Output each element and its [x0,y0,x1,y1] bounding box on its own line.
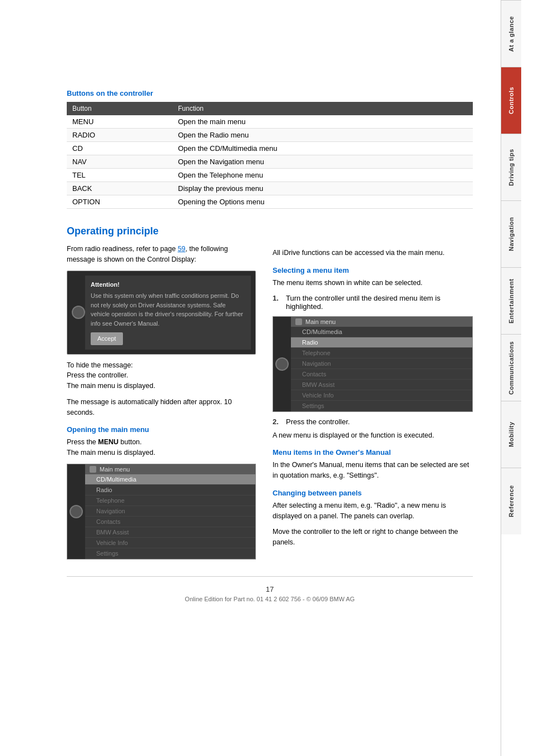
list-item: BMW Assist [291,380,472,390]
button-cell: CD [67,142,172,155]
page-footer: 17 Online Edition for Part no. 01 41 2 6… [67,576,473,611]
buttons-table: Button Function MENUOpen the main menuRA… [67,102,473,209]
operating-principle-heading: Operating principle [67,225,256,237]
step-2: 2. Press the controller. [273,418,473,426]
tab-navigation[interactable]: Navigation [501,200,521,267]
table-row: TELOpen the Telephone menu [67,169,473,182]
tab-controls[interactable]: Controls [501,67,521,134]
table-row: RADIOOpen the Radio menu [67,129,473,142]
attention-title: Attention! [91,280,245,289]
list-item: Settings [85,548,255,559]
list-item: CD/Multimedia [85,474,255,485]
button-cell: RADIO [67,129,172,142]
attention-screen-mockup: Attention! Use this system only when tra… [67,271,256,355]
button-cell: OPTION [67,195,172,209]
opening-main-menu-heading: Opening the main menu [67,425,256,434]
menu-title-right: Main menu [305,318,335,325]
page-link[interactable]: 59 [177,245,185,253]
tab-driving-tips[interactable]: Driving tips [501,134,521,200]
attention-body: Use this system only when traffic condit… [91,291,245,328]
right-column: All iDrive functions can be accessed via… [273,225,473,565]
function-cell: Open the Navigation menu [172,155,473,169]
controller-side-left [67,464,85,559]
menu-title-bar-right: Main menu [291,317,472,327]
changing-panels-text1: After selecting a menu item, e.g. "Radio… [273,500,473,522]
list-item: CD/Multimedia [291,327,472,337]
menu-button-label: MENU [98,438,118,446]
list-item: Settings [291,401,472,411]
list-item: Telephone [85,495,255,506]
controller-side-attention [72,276,85,350]
menu-title-icon-right [295,318,302,325]
left-column: Operating principle From radio readiness… [67,225,256,565]
controller-side-right [273,317,291,411]
intro-text: From radio readiness, refer to page 59, … [67,244,256,265]
menu-body-right: Main menu CD/MultimediaRadioTelephoneNav… [291,317,472,411]
owners-manual-text: In the Owner's Manual, menu items that c… [273,460,473,481]
col-header-function: Function [172,102,473,115]
main-menu-mockup-right: Main menu CD/MultimediaRadioTelephoneNav… [273,316,473,412]
function-cell: Open the main menu [172,115,473,129]
list-item: Contacts [85,517,255,527]
menu-body-left: Main menu CD/MultimediaRadioTelephoneNav… [85,464,255,559]
list-item: BMW Assist [85,527,255,538]
menu-items-left: CD/MultimediaRadioTelephoneNavigationCon… [85,474,255,559]
intro-text-before-link: From radio readiness, refer to page [67,245,177,253]
function-cell: Open the Telephone menu [172,169,473,182]
changing-panels-text2: Move the controller to the left or right… [273,527,473,548]
menu-title-left: Main menu [100,466,130,473]
menu-items-right: CD/MultimediaRadioTelephoneNavigationCon… [291,327,472,411]
step-2-num: 2. [273,418,281,426]
list-item: Telephone [291,348,472,359]
tab-communications[interactable]: Communications [501,334,521,401]
function-cell: Open the Radio menu [172,129,473,142]
list-item: Vehicle Info [291,390,472,401]
function-cell: Open the CD/Multimedia menu [172,142,473,155]
step-1-text: Turn the controller until the desired me… [286,294,473,311]
col-header-button: Button [67,102,172,115]
tab-entertainment[interactable]: Entertainment [501,267,521,334]
list-item: Navigation [85,506,255,517]
step-1: 1. Turn the controller until the desired… [273,294,473,311]
side-tabs: At a glance Controls Driving tips Naviga… [501,0,521,756]
auto-hide-text: The message is automatically hidden afte… [67,397,256,418]
button-cell: TEL [67,169,172,182]
accept-button[interactable]: Accept [91,332,123,345]
button-cell: MENU [67,115,172,129]
main-menu-mockup-left: Main menu CD/MultimediaRadioTelephoneNav… [67,464,256,559]
list-item: Vehicle Info [85,538,255,548]
buttons-section-title: Buttons on the controller [67,89,473,97]
button-cell: NAV [67,155,172,169]
tab-mobility[interactable]: Mobility [501,401,521,468]
list-item: Navigation [291,359,472,369]
table-row: BACKDisplay the previous menu [67,182,473,195]
table-row: CDOpen the CD/Multimedia menu [67,142,473,155]
function-cell: Opening the Options menu [172,195,473,209]
controller-knob-right [275,357,289,371]
menu-title-bar-left: Main menu [85,464,255,474]
selecting-menu-item-heading: Selecting a menu item [273,266,473,274]
table-row: MENUOpen the main menu [67,115,473,129]
list-item: Radio [85,485,255,495]
tab-at-a-glance[interactable]: At a glance [501,0,521,67]
operating-principle-section: Operating principle From radio readiness… [67,225,473,565]
attention-box: Attention! Use this system only when tra… [85,276,251,350]
menu-title-icon [90,466,96,473]
selecting-menu-item-text: The menu items shown in white can be sel… [273,278,473,288]
table-row: OPTIONOpening the Options menu [67,195,473,209]
page-number: 17 [67,585,473,593]
hide-message-text: To hide the message:Press the controller… [67,360,256,391]
new-menu-text: A new menu is displayed or the function … [273,430,473,441]
function-cell: Display the previous menu [172,182,473,195]
list-item: Radio [291,337,472,348]
changing-panels-heading: Changing between panels [273,489,473,497]
controller-knob-left [70,505,83,518]
main-menu-displayed-text: The main menu is displayed. [67,449,155,456]
step-2-text: Press the controller. [286,418,350,426]
step-1-num: 1. [273,294,281,311]
all-idrive-text: All iDrive functions can be accessed via… [273,248,473,258]
buttons-section: Buttons on the controller Button Functio… [67,89,473,209]
opening-main-menu-text: Press the MENU button. The main menu is … [67,437,256,458]
tab-reference[interactable]: Reference [501,468,521,534]
list-item: Contacts [291,369,472,380]
